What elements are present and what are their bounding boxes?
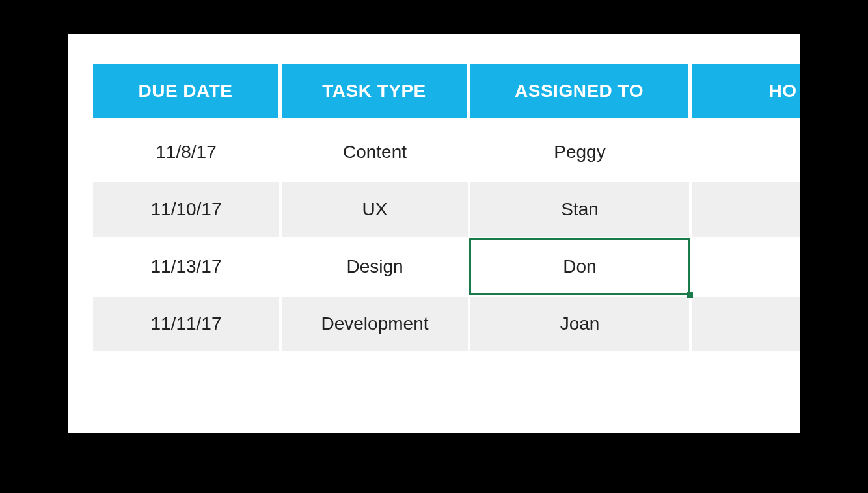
cell-assigned-to[interactable]: Joan (470, 297, 692, 354)
cell-task-type[interactable]: Content (282, 125, 470, 182)
task-table: DUE DATE TASK TYPE ASSIGNED TO HO 11/8/1… (93, 64, 800, 354)
cell-task-type[interactable]: Development (282, 297, 470, 354)
cell-due-date[interactable]: 11/10/17 (93, 182, 282, 239)
fill-handle[interactable] (687, 292, 693, 298)
table-row: 11/10/17 UX Stan (93, 182, 800, 239)
cell-col4[interactable] (692, 125, 800, 182)
cell-assigned-to[interactable]: Don (470, 239, 692, 297)
table-row: 11/13/17 Design Don (93, 239, 800, 297)
cell-col4[interactable] (692, 239, 800, 297)
cell-assigned-to[interactable]: Stan (470, 182, 692, 239)
cell-due-date[interactable]: 11/11/17 (93, 297, 282, 354)
table-row: 11/8/17 Content Peggy (93, 125, 800, 182)
cell-task-type[interactable]: UX (282, 182, 470, 239)
table-viewport: DUE DATE TASK TYPE ASSIGNED TO HO 11/8/1… (93, 64, 800, 354)
header-due-date[interactable]: DUE DATE (93, 64, 282, 125)
cell-col4[interactable] (692, 297, 800, 354)
cell-col4[interactable] (692, 182, 800, 239)
cell-due-date[interactable]: 11/13/17 (93, 239, 282, 297)
spreadsheet-card: DUE DATE TASK TYPE ASSIGNED TO HO 11/8/1… (68, 34, 800, 433)
header-col4[interactable]: HO (692, 64, 800, 125)
header-task-type[interactable]: TASK TYPE (282, 64, 470, 125)
table-row: 11/11/17 Development Joan (93, 297, 800, 354)
cell-assigned-to[interactable]: Peggy (470, 125, 692, 182)
cell-task-type[interactable]: Design (282, 239, 470, 297)
header-assigned-to[interactable]: ASSIGNED TO (470, 64, 692, 125)
table-header-row: DUE DATE TASK TYPE ASSIGNED TO HO (93, 64, 800, 125)
cell-due-date[interactable]: 11/8/17 (93, 125, 282, 182)
